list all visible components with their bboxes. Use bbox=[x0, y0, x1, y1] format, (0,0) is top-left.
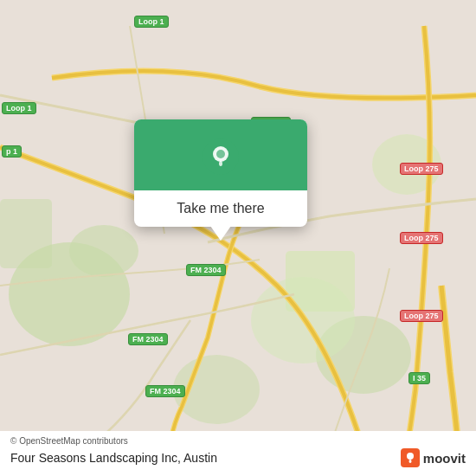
popup-header bbox=[134, 119, 307, 190]
popup-callout: Take me there bbox=[134, 119, 307, 227]
road-badge-loop1-top: Loop 1 bbox=[134, 16, 169, 28]
moovit-icon bbox=[401, 448, 420, 467]
take-me-there-button[interactable]: Take me there bbox=[170, 199, 271, 218]
road-badge-fm2304-mid: FM 2304 bbox=[186, 264, 226, 276]
popup-arrow bbox=[210, 226, 231, 241]
svg-point-15 bbox=[408, 460, 411, 463]
road-badge-loop275-top: Loop 275 bbox=[400, 163, 443, 175]
road-badge-fm2304-lowest: FM 2304 bbox=[145, 385, 185, 397]
road-badge-loop1-mid: Loop 1 bbox=[2, 102, 36, 114]
road-badge-loop275-mid: Loop 275 bbox=[400, 232, 443, 244]
road-badge-loop1-low: p 1 bbox=[2, 145, 22, 158]
pin-icon bbox=[203, 138, 239, 175]
road-badge-i35: I 35 bbox=[408, 372, 430, 384]
svg-point-12 bbox=[219, 161, 222, 166]
osm-attribution: © OpenStreetMap contributors bbox=[10, 436, 466, 446]
map-container: Loop 1 Loop 1 p 1 Loop 275 Loop 275 Loop… bbox=[0, 0, 476, 476]
bottom-info-row: Four Seasons Landscaping Inc, Austin moo… bbox=[10, 448, 466, 467]
road-badge-loop275-low: Loop 275 bbox=[400, 310, 443, 322]
bottom-bar: © OpenStreetMap contributors Four Season… bbox=[0, 431, 476, 476]
moovit-logo: moovit bbox=[401, 448, 466, 467]
road-badge-fm2304-low: FM 2304 bbox=[128, 333, 168, 345]
place-name: Four Seasons Landscaping Inc, Austin bbox=[10, 451, 217, 465]
svg-rect-8 bbox=[0, 199, 52, 268]
svg-point-2 bbox=[69, 225, 138, 277]
moovit-text: moovit bbox=[423, 451, 466, 466]
